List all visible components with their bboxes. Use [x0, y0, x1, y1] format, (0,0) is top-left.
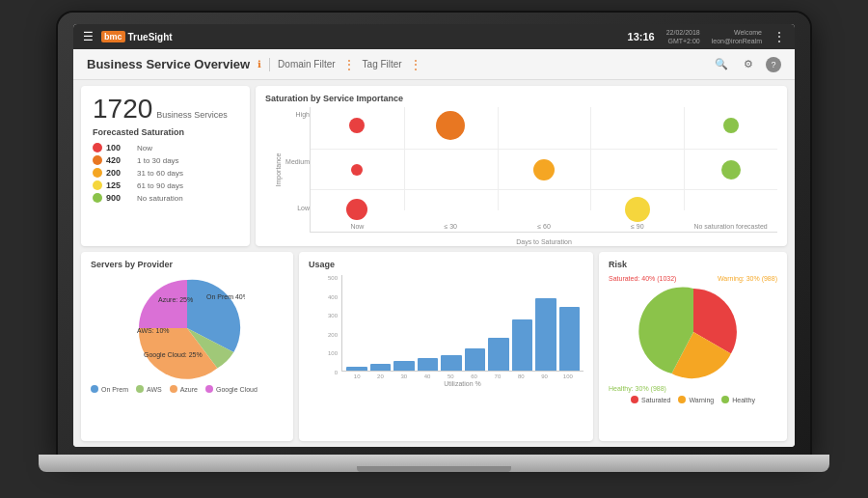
tag-filter-label: Tag Filter: [363, 59, 402, 69]
forecast-row: 125 61 to 90 days: [93, 180, 238, 190]
forecast-count: 125: [106, 180, 133, 190]
usage-x-label: 100: [556, 374, 580, 379]
top-panels-row: 1720 Business Services Forecasted Satura…: [73, 80, 795, 249]
y-label-500: 500: [328, 275, 338, 281]
forecast-desc: 61 to 90 days: [137, 181, 183, 190]
page-title: Business Service Overview: [87, 57, 250, 71]
search-icon[interactable]: 🔍: [712, 55, 731, 74]
usage-bar: [346, 367, 367, 371]
usage-x-label: 10: [345, 374, 368, 379]
x-label-60: ≤ 60: [498, 223, 591, 230]
topbar-menu-icon[interactable]: ⋮: [773, 30, 785, 43]
forecast-row: 900 No saturation: [93, 193, 238, 203]
forecast-title: Forecasted Saturation: [93, 127, 238, 137]
legend-onprem-label: On Prem: [101, 386, 128, 393]
forecast-count: 100: [106, 143, 133, 152]
risk-panel: Risk Saturated: 40% (1032) Warning: 30% …: [599, 252, 787, 441]
legend-google-label: Google Cloud: [216, 386, 258, 393]
forecast-desc: No saturation: [137, 194, 183, 203]
scatter-plot-area: Now ≤ 30 ≤ 60 ≤ 90 No saturation forecas…: [310, 107, 777, 233]
date-info: 22/02/2018 GMT+2:00: [666, 28, 700, 45]
help-icon[interactable]: ?: [766, 57, 781, 72]
bubble-8: [721, 160, 741, 180]
clock: 13:16: [628, 31, 655, 42]
toolbar: Business Service Overview ℹ Domain Filte…: [73, 49, 795, 80]
screen-bezel: ☰ bmc TrueSight 13:16 22/02/2018 GMT+2:0…: [58, 13, 810, 455]
usage-bar: [465, 348, 486, 371]
servers-title: Servers by Provider: [91, 260, 284, 269]
legend-onprem: On Prem: [91, 385, 128, 393]
legend-azure-label: Azure: [180, 386, 198, 393]
forecast-subtitle: Business Services: [156, 110, 228, 120]
risk-pie-chart: [631, 284, 756, 380]
scatter-y-medium: Medium: [285, 158, 310, 165]
svg-text:On Prem 40%: On Prem 40%: [206, 293, 245, 300]
usage-x-label: 30: [393, 374, 416, 379]
legend-aws-dot: [136, 385, 144, 393]
risk-legend-healthy: Healthy: [721, 396, 755, 403]
usage-x-label: 80: [509, 374, 532, 379]
legend-onprem-dot: [91, 385, 98, 393]
usage-bar: [370, 364, 392, 371]
forecast-count: 200: [106, 168, 133, 178]
forecast-rows: 100 Now 420 1 to 30 days 200 31 to 60 da…: [93, 143, 238, 203]
forecast-count: 420: [106, 155, 133, 165]
usage-panel: Usage 500 400 300 200 100 0: [299, 252, 593, 441]
forecast-dot: [93, 155, 102, 165]
risk-top-labels: Saturated: 40% (1032) Warning: 30% (988): [609, 275, 777, 282]
scatter-row-line-1: [311, 149, 777, 150]
main-content: 1720 Business Services Forecasted Satura…: [73, 80, 795, 447]
bubble-4: [436, 111, 465, 140]
bmc-logo: bmc TrueSight: [101, 31, 173, 42]
legend-google-dot: [205, 385, 213, 393]
settings-icon[interactable]: ⚙: [739, 55, 758, 74]
usage-bar: [535, 298, 556, 371]
usage-bar: [441, 355, 462, 371]
servers-pie-chart: On Prem 40% Azure: 25% AWS: 10% Google C…: [129, 275, 245, 381]
forecast-desc: 1 to 30 days: [137, 156, 179, 165]
usage-x-label: 20: [368, 374, 392, 379]
usage-x-label: 70: [486, 374, 509, 379]
usage-x-labels: 102030405060708090100: [341, 374, 583, 379]
risk-healthy-label: Healthy: 30% (988): [609, 385, 777, 392]
bubble-5: [533, 159, 555, 180]
usage-bar: [512, 319, 533, 371]
toolbar-divider: [269, 58, 270, 71]
scatter-row-line-2: [311, 189, 777, 190]
scatter-y-low: Low: [297, 205, 310, 211]
y-label-0: 0: [335, 370, 338, 375]
domain-filter-label: Domain Filter: [278, 59, 335, 69]
usage-x-label: 50: [439, 374, 462, 379]
bubble-3: [346, 199, 367, 220]
domain-filter-menu-icon[interactable]: ⋮: [343, 58, 355, 71]
usage-bars: [341, 275, 583, 372]
forecast-dot: [93, 143, 102, 152]
bubble-6: [625, 197, 650, 222]
x-label-now: Now: [311, 223, 404, 230]
risk-pie-container: [609, 284, 777, 385]
title-info-icon[interactable]: ℹ: [258, 59, 261, 69]
y-label-100: 100: [328, 350, 338, 356]
legend-google: Google Cloud: [205, 385, 258, 393]
usage-x-label: 40: [416, 374, 439, 379]
scatter-y-axis-label: Importance: [275, 152, 282, 186]
tag-filter-menu-icon[interactable]: ⋮: [410, 58, 421, 71]
forecast-row: 100 Now: [93, 143, 238, 152]
bmc-label: bmc: [101, 31, 125, 42]
usage-x-axis-label: Utilization %: [341, 380, 583, 387]
risk-warning-legend-label: Warning: [689, 397, 714, 403]
forecast-row: 420 1 to 30 days: [93, 155, 238, 165]
usage-bar: [559, 307, 581, 371]
bottom-panels-row: Servers by Provider: [73, 249, 795, 447]
app-name: TrueSight: [128, 32, 173, 42]
legend-aws-label: AWS: [147, 386, 162, 393]
forecast-dot: [93, 168, 102, 178]
risk-legend-warning: Warning: [678, 396, 714, 403]
hamburger-icon[interactable]: ☰: [83, 30, 94, 43]
topbar: ☰ bmc TrueSight 13:16 22/02/2018 GMT+2:0…: [73, 24, 795, 49]
scatter-panel: Saturation by Service Importance Importa…: [256, 86, 787, 246]
risk-healthy-legend-label: Healthy: [732, 397, 755, 403]
scatter-col-line-2: [498, 107, 499, 210]
forecast-number: 1720: [93, 96, 152, 123]
usage-bar: [393, 361, 415, 371]
